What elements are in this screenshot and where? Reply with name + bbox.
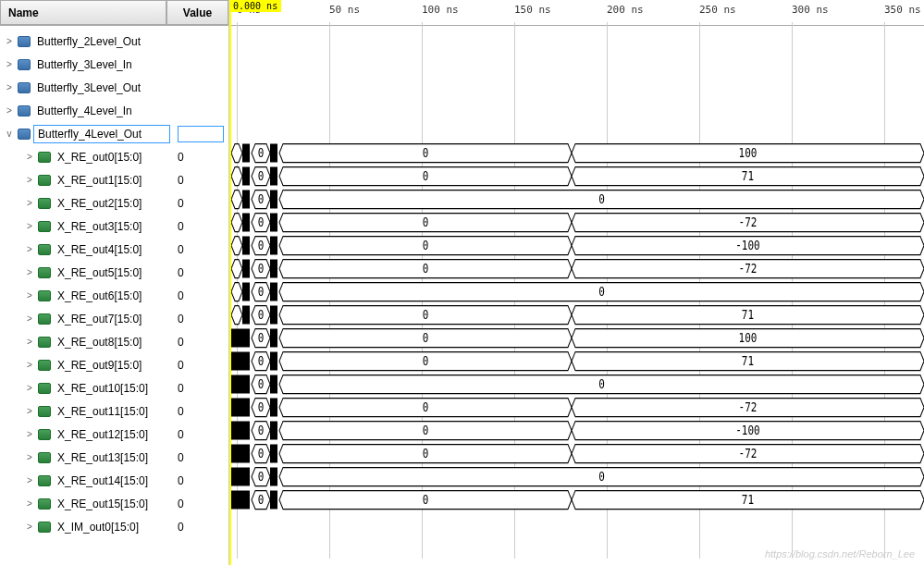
svg-text:0: 0 [258, 492, 265, 508]
expand-icon[interactable]: > [24, 522, 35, 532]
wave-row[interactable]: 0071 [229, 350, 924, 373]
expand-icon[interactable]: > [4, 59, 15, 69]
expand-icon[interactable]: > [4, 36, 15, 46]
wave-row[interactable]: 00100 [229, 141, 924, 165]
svg-text:0: 0 [258, 238, 265, 253]
expand-icon[interactable]: > [24, 152, 35, 162]
tree-row[interactable]: >X_RE_out5[15:0]0 [0, 261, 228, 284]
tree-row[interactable]: >Butterfly_4Level_In [0, 99, 228, 122]
time-ruler[interactable]: 0 ns50 ns100 ns150 ns200 ns250 ns300 ns3… [229, 0, 924, 26]
tree-row[interactable]: >X_RE_out13[15:0]0 [0, 446, 228, 469]
wave-row[interactable]: 00-100 [229, 234, 924, 257]
wave-row[interactable]: 00100 [229, 326, 924, 350]
signal-name: Butterfly_3Level_Out [33, 80, 170, 96]
tree-row[interactable]: >Butterfly_2Level_Out [0, 30, 228, 53]
value-column-header[interactable]: Value [166, 0, 228, 25]
wave-row[interactable] [229, 511, 924, 534]
expand-icon[interactable]: > [24, 221, 35, 231]
wave-row[interactable]: 00-100 [229, 419, 924, 442]
signal-name: X_RE_out2[15:0] [54, 195, 170, 212]
expand-icon[interactable]: > [24, 290, 35, 301]
tree-row[interactable]: >X_RE_out6[15:0]0 [0, 284, 228, 307]
bus-icon [38, 175, 51, 186]
tree-row[interactable]: >X_RE_out2[15:0]0 [0, 191, 228, 215]
expand-icon[interactable]: > [24, 475, 35, 485]
expand-icon[interactable]: > [24, 337, 35, 347]
wave-row[interactable]: 0071 [229, 488, 924, 511]
ruler-tick: 150 ns [514, 4, 551, 16]
svg-text:71: 71 [742, 353, 754, 369]
signal-name: Butterfly_2Level_Out [33, 33, 170, 50]
svg-text:0: 0 [258, 191, 265, 207]
expand-icon[interactable]: > [4, 82, 15, 92]
svg-rect-7 [270, 167, 277, 186]
expand-icon[interactable]: > [24, 313, 35, 324]
wave-row[interactable]: 00-72 [229, 257, 924, 280]
wave-row[interactable]: 00-72 [229, 211, 924, 234]
tree-row[interactable]: >X_RE_out8[15:0]0 [0, 330, 228, 353]
signal-value: 0 [170, 313, 228, 325]
expand-icon[interactable]: > [24, 429, 35, 439]
expand-icon[interactable]: > [24, 360, 35, 370]
wave-row[interactable]: 00-72 [229, 396, 924, 419]
tree-row[interactable]: vButterfly_4Level_Out [0, 122, 228, 145]
struct-icon [18, 105, 31, 117]
tree-row[interactable]: >X_RE_out10[15:0]0 [0, 376, 228, 399]
tree-row[interactable]: >X_RE_out9[15:0]0 [0, 353, 228, 376]
wave-row[interactable]: 00 [229, 373, 924, 396]
signal-name: X_RE_out15[15:0] [54, 496, 170, 512]
signal-tree[interactable]: >Butterfly_2Level_Out>Butterfly_3Level_I… [0, 26, 228, 565]
name-column-header[interactable]: Name [0, 0, 166, 25]
tree-row[interactable]: >X_RE_out4[15:0]0 [0, 238, 228, 261]
signal-name: Butterfly_4Level_Out [33, 125, 170, 143]
struct-icon [18, 129, 31, 140]
svg-text:100: 100 [739, 145, 758, 161]
expand-icon[interactable]: > [24, 244, 35, 254]
svg-text:0: 0 [258, 376, 265, 392]
svg-text:-72: -72 [739, 261, 758, 276]
wave-row[interactable]: 0071 [229, 303, 924, 326]
wave-row[interactable]: 00 [229, 465, 924, 488]
tree-row[interactable]: >X_RE_out1[15:0]0 [0, 168, 228, 191]
svg-rect-12 [270, 190, 277, 209]
bus-icon [38, 244, 51, 255]
svg-rect-71 [231, 491, 250, 510]
cursor-line[interactable] [229, 0, 231, 565]
tree-row[interactable]: >Butterfly_3Level_In [0, 53, 228, 76]
tree-row[interactable]: >X_RE_out14[15:0]0 [0, 469, 228, 492]
svg-text:0: 0 [258, 168, 265, 184]
expand-icon[interactable]: > [24, 383, 35, 393]
struct-icon [18, 82, 31, 93]
signal-value: 0 [170, 521, 228, 534]
expand-icon[interactable]: > [24, 198, 35, 208]
tree-row[interactable]: >X_RE_out12[15:0]0 [0, 423, 228, 446]
signal-value: 0 [170, 405, 228, 418]
expand-icon[interactable]: > [24, 267, 35, 277]
svg-rect-29 [242, 283, 250, 301]
tree-row[interactable]: >X_IM_out0[15:0]0 [0, 515, 228, 538]
svg-text:0: 0 [598, 284, 605, 300]
tree-row[interactable]: >X_RE_out15[15:0]0 [0, 492, 228, 515]
tree-row[interactable]: >X_RE_out7[15:0]0 [0, 307, 228, 330]
waves-area[interactable]: 0010000710000-7200-10000-720000710010000… [229, 26, 924, 534]
expand-icon[interactable]: > [24, 498, 35, 509]
signal-name: Butterfly_3Level_In [33, 56, 170, 73]
expand-icon[interactable]: > [4, 105, 15, 116]
expand-icon[interactable]: > [24, 406, 35, 416]
wave-row[interactable]: 0071 [229, 165, 924, 188]
tree-row[interactable]: >Butterfly_3Level_Out [0, 76, 228, 99]
signal-name: X_RE_out7[15:0] [54, 311, 170, 327]
wave-row[interactable]: 00 [229, 188, 924, 211]
svg-text:-72: -72 [739, 215, 758, 230]
wave-row[interactable]: 00 [229, 280, 924, 303]
tree-row[interactable]: >X_RE_out11[15:0]0 [0, 399, 228, 423]
tree-row[interactable]: >X_RE_out3[15:0]0 [0, 215, 228, 238]
waveform-panel[interactable]: 0.000 ns 0 ns50 ns100 ns150 ns200 ns250 … [229, 0, 924, 565]
expand-icon[interactable]: > [24, 452, 35, 462]
expand-icon[interactable]: v [4, 129, 15, 139]
svg-rect-54 [270, 399, 277, 417]
wave-row[interactable]: 00-72 [229, 442, 924, 465]
expand-icon[interactable]: > [24, 175, 35, 185]
ruler-tick: 200 ns [607, 4, 644, 16]
tree-row[interactable]: >X_RE_out0[15:0]0 [0, 145, 228, 168]
